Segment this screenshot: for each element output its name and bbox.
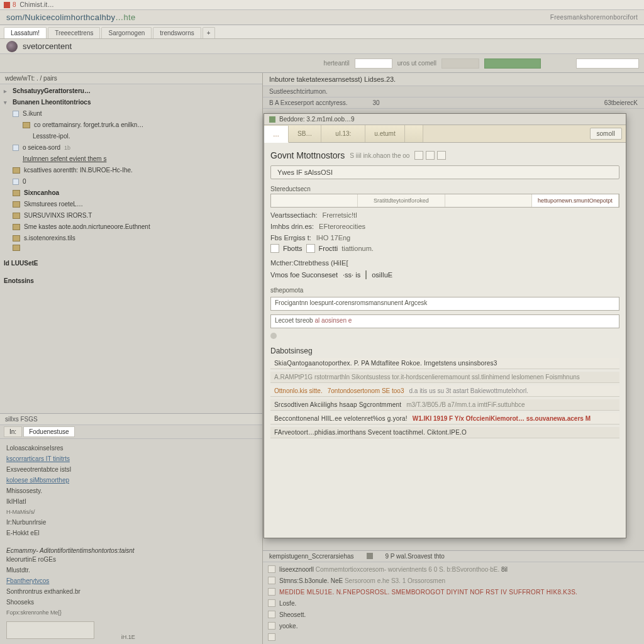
bl-sec-sub: Fopx:skrenronhe Me[} <box>6 608 256 618</box>
kv-row-5: Mcther:Cttrebthess (HiIE[ <box>270 255 619 267</box>
tree-node-3[interactable]: Inulmnen sefent evient them s <box>3 153 260 165</box>
bl-sec-row-0[interactable]: kleorurtinE roGEs <box>6 554 256 565</box>
rc-sub2-num: 30 <box>373 99 380 106</box>
console-row-0[interactable]: liseexznoorll Commemtortioxcoresom- worv… <box>267 564 640 575</box>
tab-4[interactable]: trendsworns <box>153 27 201 38</box>
bl-sec-row-1[interactable]: Mlustdtr. <box>6 565 256 575</box>
result-row-2[interactable]: Ottnonlo.kis sitte. 7ontondosertonom SE … <box>270 386 619 397</box>
radio-icon[interactable] <box>306 244 315 253</box>
bl-row-8[interactable]: E-Hokkt eEl <box>6 528 256 538</box>
console-row-5[interactable]: yooke. <box>267 620 640 631</box>
result-row-3[interactable]: Srcsodtiven Akciilighs hsaap Sgcrontmmen… <box>270 399 619 411</box>
console-head-icon <box>367 553 373 559</box>
result-row-1[interactable]: A.RAMPtP1G rstotrmarthln Sikontsustess t… <box>270 372 619 383</box>
dialog-tab-3[interactable]: uI.13: <box>321 125 365 142</box>
checkbox-icon[interactable] <box>268 599 275 607</box>
console-row-6[interactable] <box>267 631 640 643</box>
result-row-4[interactable]: Becconttonenal HIlL.ee velotenret%os g.y… <box>270 413 619 425</box>
heading-btn-3[interactable] <box>437 151 446 160</box>
tree-section-1[interactable]: ▸SchsatuyyGerattorsteru… <box>3 86 260 97</box>
rc-sub2-l: B A Exceserport accntyress. <box>269 99 348 106</box>
dialog-heading-sub: S iiil ink.ohaon the oo <box>350 152 409 159</box>
tree-node-10[interactable]: s.isotenorexins.tils <box>3 233 260 244</box>
console-row-4[interactable]: Sheosett. <box>267 609 640 620</box>
tree-node-5[interactable]: 0 <box>3 176 260 187</box>
bl-row-3[interactable]: koloese siMbsmorthep <box>6 475 256 486</box>
toolbar-highlight-bar[interactable] <box>484 58 541 69</box>
rc-title: Inbutore taketatexesarnsetsst) Lidses.23… <box>269 75 396 83</box>
tab-1[interactable]: Lassatum! <box>4 27 47 38</box>
tab-3[interactable]: Sargornogen <box>101 27 152 38</box>
scope-label: Vmos foe Suconseset <box>270 271 338 279</box>
tree-node-1a[interactable]: co orettamainsry. forget.trurk.a enilkn… <box>3 119 260 131</box>
bl-row-7[interactable]: Ir:Nurbunrlrsie <box>6 517 256 528</box>
bl-body: LoloascakoinseIsres kscorrarticars IT ti… <box>0 439 262 644</box>
tree-node-6[interactable]: Sixncanhoa <box>3 187 260 199</box>
dialog-tab-1[interactable]: … <box>264 126 289 143</box>
dialog-titlebar[interactable]: Beddore: 3.2.m1ml.oob…9 <box>264 114 626 125</box>
tree-node-7[interactable]: Skmsturees roeteL… <box>3 199 260 210</box>
dialog-tab-4[interactable]: u.etumt <box>365 125 404 142</box>
heading-btn-2[interactable] <box>426 151 435 160</box>
bl-sec-row-3[interactable]: Sonthrontrus exthanked.br <box>6 586 256 597</box>
checkbox-icon[interactable] <box>268 588 275 596</box>
bl-sec-row-2[interactable]: Fbantherytvcos <box>6 575 256 586</box>
tree-node-1[interactable]: S.ikunt <box>3 108 260 119</box>
bl-row-2[interactable]: Exsveeotrentabtce istsI <box>6 464 256 475</box>
strip-tab-2[interactable]: Sratittdteytointforoked <box>358 194 445 207</box>
dialog-tab-2[interactable]: SB… <box>289 125 321 142</box>
author-row: svetorcentent <box>0 39 644 54</box>
console-row-3[interactable]: Losfe. <box>267 597 640 609</box>
strip-tabs: Sratittdteytointforoked hettupornewn.smu… <box>270 194 619 208</box>
bl-row-0[interactable]: LoloascakoinseIsres <box>6 443 256 453</box>
toolbar: herteantil uros ut comell <box>0 54 644 73</box>
bl-preview-label: iH.1E <box>121 634 135 640</box>
heading-btn-1[interactable] <box>414 151 423 160</box>
tree-node-1b[interactable]: Lessstre-ipol. <box>3 131 260 142</box>
avatar[interactable] <box>6 41 18 52</box>
tree-node-8[interactable]: SURSUVINXS IRORS.T <box>3 210 260 221</box>
dialog-tab-5[interactable] <box>405 125 423 142</box>
bl-sec-row-4[interactable]: Shooseks <box>6 597 256 608</box>
dialog-tab-button[interactable]: somolI <box>590 128 622 140</box>
bl-row-6[interactable]: H-MaMis/s/ <box>6 507 256 517</box>
bl-tab-2[interactable]: Foduenestuse <box>23 426 74 437</box>
tree-section-3[interactable]: Id LUUSetE <box>3 258 260 269</box>
result-row-5[interactable]: FArveotoort…phidias.imorthans Svecent to… <box>270 427 619 438</box>
toolbar-field2-label: uros ut comell <box>397 60 436 67</box>
result-row-0[interactable]: SkiaQantogaanotoporthex. P. PA Mdtaflite… <box>270 358 619 369</box>
tab-2[interactable]: Treeecettrens <box>48 27 100 38</box>
toolbar-field3-input[interactable] <box>576 58 639 69</box>
console-row-2[interactable]: MEDIDE ML5U1E. N.FNEPOSROSL. SMEMBOROGOT… <box>267 586 640 597</box>
bl-row-5[interactable]: IkIHIatI <box>6 496 256 507</box>
checkbox-icon[interactable] <box>268 565 275 573</box>
checkbox-icon[interactable] <box>268 577 275 584</box>
radio-icon[interactable] <box>270 244 279 253</box>
console-row-1[interactable]: Stmns:S.b3onule. NeE Sersoroom e.he S3. … <box>267 575 640 586</box>
tree-node-4[interactable]: kcsattives aorentth: IN.BUROE-Hc-Ihe. <box>3 165 260 176</box>
toolbar-field2-input[interactable] <box>441 58 479 69</box>
strip-tab-4[interactable]: hettupornewn.smuntOnepotpt <box>532 194 619 207</box>
checkbox-icon[interactable] <box>268 622 275 630</box>
dialog-title-text: Beddore: 3.2.m1ml.oob…9 <box>279 116 355 123</box>
scope-input-2[interactable]: Lecoet tsreob al aosinsen e <box>270 314 619 328</box>
version-chip[interactable]: Ywes IF sAlssOSI <box>270 165 619 179</box>
top-tabs: Lassatum! Treeecettrens Sargornogen tren… <box>0 25 644 39</box>
tree-section-2[interactable]: ▾Bunanen Lheontitontriocs <box>3 97 260 108</box>
tab-add[interactable]: + <box>203 27 215 38</box>
tree-node-2[interactable]: o seicea-sord1b <box>3 142 260 153</box>
titlebar-number: 8 <box>13 1 16 8</box>
scope-input-1[interactable]: Frocigantnn loespunt-corensromsmansnunen… <box>270 297 619 311</box>
checkbox-icon[interactable] <box>268 611 275 618</box>
checkbox-icon[interactable] <box>268 633 275 641</box>
bl-row-1[interactable]: kscorrarticars IT tinitrts <box>6 453 256 464</box>
tree-node-9[interactable]: Sme kastes aote.aodn.nicrtuneoore.Euthne… <box>3 221 260 233</box>
toolbar-field1-input[interactable] <box>355 58 392 69</box>
tree-section-4[interactable]: Enotssins <box>3 275 260 287</box>
strip-tab-1[interactable] <box>271 194 358 207</box>
bl-row-4[interactable]: Mhissosesty. <box>6 486 256 496</box>
tree-node-11[interactable] <box>3 244 260 252</box>
rc-header: Inbutore taketatexesarnsetsst) Lidses.23… <box>263 73 644 86</box>
bl-tab-1[interactable]: In: <box>4 426 22 437</box>
strip-tab-3[interactable] <box>445 194 532 207</box>
